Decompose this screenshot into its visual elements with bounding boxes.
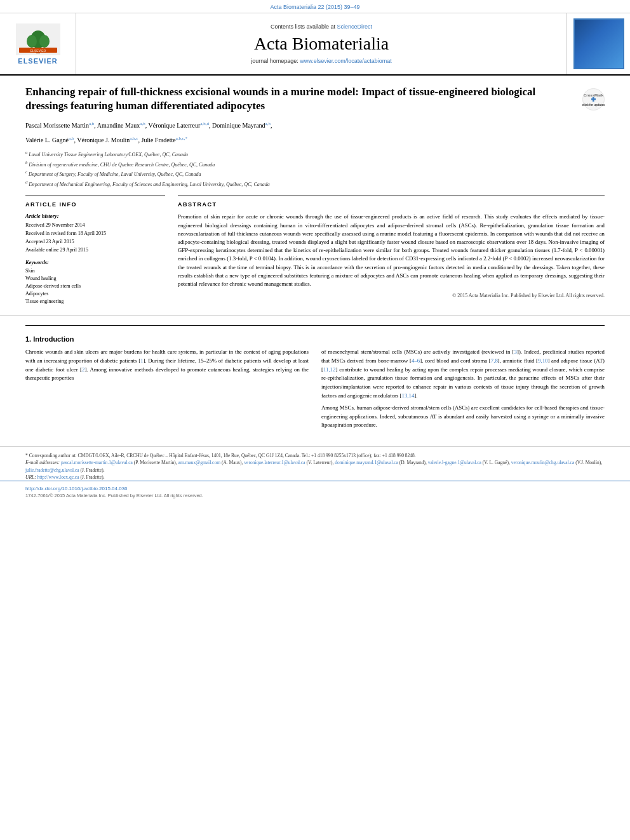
keyword-tissue-eng: Tissue engineering	[25, 298, 165, 305]
body-right-para1: of mesenchymal stem/stromal cells (MSCs)…	[321, 348, 605, 400]
author-1: Pascal Morissette Martin	[25, 123, 89, 130]
elsevier-logo: ELSEVIER ELSEVIER	[16, 23, 60, 65]
footnote-emails: E-mail addresses: pascal.morissette-mart…	[25, 459, 605, 474]
body-two-col: Chronic wounds and skin ulcers are major…	[25, 348, 605, 434]
body-left-para: Chronic wounds and skin ulcers are major…	[25, 348, 309, 383]
ref-11-12[interactable]: 11,12	[323, 366, 335, 373]
article-info-heading: ARTICLE INFO	[25, 201, 165, 208]
article-title: Enhancing repair of full-thickness excis…	[25, 85, 582, 113]
authors-line2: Valérie L. Gagnéa,b, Véronique J. Moulin…	[25, 135, 605, 145]
email-gagne[interactable]: valerie.l-gagne.1@ulaval.ca	[428, 460, 481, 465]
corresponding-author-note: * Corresponding author at: CMDGT/LOEX, A…	[25, 452, 605, 481]
email-laterreur[interactable]: veronique.laterreur.1@ulaval.ca	[244, 460, 305, 465]
ref-2[interactable]: 2	[82, 366, 84, 373]
article-info-abstract-section: ARTICLE INFO Article history: Received 2…	[25, 196, 605, 305]
page-wrapper: Acta Biomaterialia 22 (2015) 39–49 ELSEV…	[0, 0, 630, 502]
article-title-area: Enhancing repair of full-thickness excis…	[25, 85, 605, 113]
author-6: Véronique J. Moulin	[77, 137, 130, 143]
email-moulin[interactable]: veronique.moulin@chg.ulaval.ca	[511, 460, 575, 465]
article-history-label: Article history:	[25, 213, 165, 219]
journal-header-center: Contents lists available at ScienceDirec…	[76, 13, 566, 74]
abstract-body: Promotion of skin repair for acute or ch…	[178, 213, 605, 300]
received-revised-date: Received in revised form 18 April 2015	[25, 230, 165, 237]
abstract-column: ABSTRACT Promotion of skin repair for ac…	[178, 196, 605, 305]
publisher-logo-area: ELSEVIER ELSEVIER	[0, 13, 76, 74]
keywords-label: Keywords:	[25, 259, 165, 265]
sciencedirect-link[interactable]: ScienceDirect	[337, 23, 373, 30]
ref-13-14[interactable]: 13,14	[402, 392, 415, 399]
footnote-para1: * Corresponding author at: CMDGT/LOEX, A…	[25, 452, 605, 459]
body-section: 1. Introduction Chronic wounds and skin …	[0, 335, 630, 443]
keyword-wound-healing: Wound healing	[25, 275, 165, 283]
ref-7-8[interactable]: 7,8	[491, 357, 498, 364]
journal-title: Acta Biomaterialia	[254, 34, 389, 54]
top-banner: Acta Biomaterialia 22 (2015) 39–49	[0, 0, 630, 13]
affiliation-a: a Laval University Tissue Engineering La…	[25, 149, 605, 159]
journal-thumb-area	[566, 13, 630, 74]
ref-1[interactable]: 1	[140, 357, 143, 364]
section-divider	[25, 325, 605, 326]
email-mayrand[interactable]: dominique.mayrand.1@ulaval.ca	[335, 460, 398, 465]
keyword-asc: Adipose-derived stem cells	[25, 283, 165, 290]
svg-text:click for updates: click for updates	[582, 103, 605, 107]
footnote-url: URL: http://www.loex.qc.ca (J. Fradette)…	[25, 474, 605, 481]
ref-4-6[interactable]: 4–6	[412, 357, 420, 364]
svg-rect-10	[593, 97, 594, 102]
author-5: Valérie L. Gagné	[25, 137, 69, 143]
received-date: Received 29 November 2014	[25, 222, 165, 229]
abstract-paragraph: Promotion of skin repair for acute or ch…	[178, 213, 605, 288]
svg-text:ELSEVIER: ELSEVIER	[30, 48, 46, 52]
svg-text:CrossMark: CrossMark	[584, 93, 604, 97]
issn-line: 1742-7061/© 2015 Acta Materialia Inc. Pu…	[25, 493, 605, 498]
contents-line: Contents lists available at ScienceDirec…	[271, 23, 372, 30]
affiliation-b: b Division of regenerative medicine, CHU…	[25, 159, 605, 169]
affiliations: a Laval University Tissue Engineering La…	[25, 149, 605, 189]
affiliation-d: d Department of Mechanical Engineering, …	[25, 179, 605, 189]
body-right-para2: Among MSCs, human adipose-derived stroma…	[321, 404, 605, 430]
crossmark-badge[interactable]: CrossMark click for updates	[582, 88, 605, 110]
author-2: Amandine Maux	[97, 123, 140, 130]
ref-3[interactable]: 3	[514, 349, 517, 355]
svg-point-4	[39, 35, 50, 48]
svg-point-3	[27, 35, 37, 48]
journal-thumbnail	[573, 18, 624, 69]
article-info-column: ARTICLE INFO Article history: Received 2…	[25, 196, 165, 305]
email-fradette[interactable]: julie.fradette@chg.ulaval.ca	[25, 467, 79, 473]
body-col-right: of mesenchymal stem/stromal cells (MSCs)…	[321, 348, 605, 434]
ref-9-10[interactable]: 9,10	[538, 357, 547, 364]
author-3: Véronique Laterreur	[148, 123, 200, 130]
email-morissette[interactable]: pascal.morissette-martin.1@ulaval.ca	[61, 460, 133, 465]
bottom-links: http://dx.doi.org/10.1016/j.actbio.2015.…	[0, 481, 630, 502]
lab-url[interactable]: http://www.loex.qc.ca	[37, 474, 79, 480]
footnote-area: * Corresponding author at: CMDGT/LOEX, A…	[0, 446, 630, 481]
journal-citation-link[interactable]: Acta Biomaterialia 22 (2015) 39–49	[270, 4, 359, 10]
elsevier-text: ELSEVIER	[18, 57, 57, 65]
author-7: Julie Fradette	[141, 137, 175, 143]
affiliation-c: c Department of Surgery, Faculty of Medi…	[25, 169, 605, 178]
email-maux[interactable]: am.maux@gmail.com	[178, 460, 220, 465]
authors-line1: Pascal Morissette Martina,b, Amandine Ma…	[25, 121, 605, 131]
abstract-heading: ABSTRACT	[178, 201, 605, 208]
body-col-left: Chronic wounds and skin ulcers are major…	[25, 348, 309, 434]
available-date: Available online 29 April 2015	[25, 246, 165, 254]
journal-homepage: journal homepage: www.elsevier.com/locat…	[251, 58, 392, 64]
homepage-url[interactable]: www.elsevier.com/locate/actabiomat	[300, 58, 392, 64]
copyright-notice: © 2015 Acta Materialia Inc. Published by…	[178, 292, 605, 300]
author-4: Dominique Mayrand	[212, 123, 265, 130]
accepted-date: Accepted 23 April 2015	[25, 238, 165, 246]
keyword-adipocytes: Adipocytes	[25, 290, 165, 298]
elsevier-tree-icon: ELSEVIER	[16, 23, 60, 55]
doi-link[interactable]: http://dx.doi.org/10.1016/j.actbio.2015.…	[25, 486, 128, 491]
keyword-skin: Skin	[25, 267, 165, 275]
article-content: Enhancing repair of full-thickness excis…	[0, 76, 630, 316]
intro-heading: 1. Introduction	[25, 335, 605, 343]
journal-header: ELSEVIER ELSEVIER Contents lists availab…	[0, 13, 630, 76]
